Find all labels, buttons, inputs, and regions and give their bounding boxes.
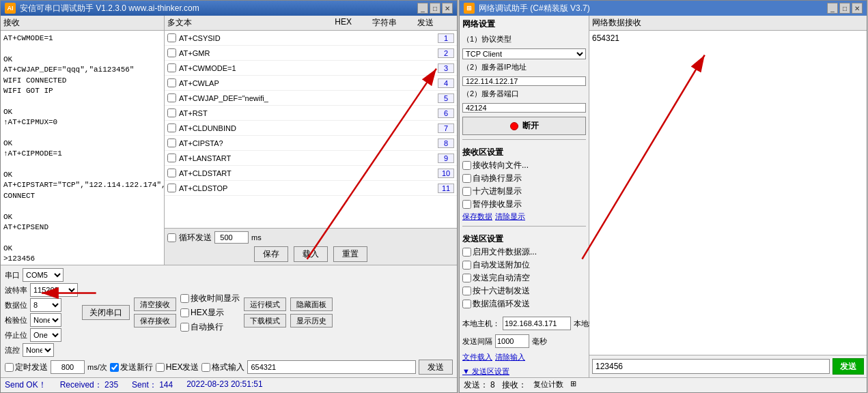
auto-clear-checkbox[interactable]: [462, 274, 471, 282]
hex-display-checkbox[interactable]: [180, 308, 189, 317]
recv-to-file-checkbox[interactable]: [462, 161, 471, 170]
open-port-button[interactable]: 关闭串口: [82, 305, 130, 320]
cmd-number-btn[interactable]: 1: [438, 33, 454, 43]
timed-send-label[interactable]: 定时发送: [5, 362, 48, 373]
cmd-hex-checkbox[interactable]: [167, 48, 176, 57]
pause-recv-label[interactable]: 暂停接收显示: [462, 199, 586, 210]
cmd-number-btn[interactable]: 5: [438, 93, 454, 103]
cmd-number-btn[interactable]: 7: [438, 123, 454, 133]
cmd-number-btn[interactable]: 10: [438, 169, 454, 178]
close-btn[interactable]: ✕: [442, 3, 453, 14]
format-input-label[interactable]: 格式输入: [201, 362, 244, 373]
auto-clear-label[interactable]: 发送完自动清空: [462, 272, 586, 284]
reset-button[interactable]: 重置: [333, 246, 367, 262]
hex-send-label-bottom[interactable]: HEX发送: [156, 362, 199, 373]
send-settings-link[interactable]: ▼ 发送区设置: [462, 366, 586, 377]
clear-input-link[interactable]: 清除输入: [495, 352, 525, 362]
auto-replace-label[interactable]: 自动换行: [180, 321, 240, 333]
auto-replace-checkbox[interactable]: [180, 323, 189, 332]
hex-display-net-checkbox[interactable]: [462, 187, 471, 196]
loop-send-net-checkbox[interactable]: [462, 300, 471, 308]
hex-display-net-label[interactable]: 十六进制显示: [462, 186, 586, 197]
loop-send-checkbox[interactable]: [167, 233, 176, 242]
net-grid-icon: ⊞: [570, 379, 576, 391]
cmd-number-btn[interactable]: 3: [438, 63, 454, 73]
save-button[interactable]: 保存: [254, 246, 288, 262]
auto-append-checkbox[interactable]: [462, 261, 471, 270]
save-data-link[interactable]: 保存数据: [462, 212, 492, 222]
cmd-number-btn[interactable]: 9: [438, 154, 454, 163]
auto-replace-net-label[interactable]: 自动换行显示: [462, 173, 586, 184]
new-line-label[interactable]: 发送新行: [110, 362, 153, 373]
run-mode-button[interactable]: 运行模式: [244, 297, 286, 311]
recv-time-label[interactable]: 接收时间显示: [180, 293, 240, 304]
cmd-hex-checkbox[interactable]: [167, 123, 176, 132]
hex-send-checkbox[interactable]: [156, 363, 165, 372]
recv-time-checkbox[interactable]: [180, 294, 189, 303]
baud-select[interactable]: 115200: [30, 283, 78, 297]
cmd-text: AT+CLDSTOP: [179, 184, 436, 192]
hex-send-net-checkbox[interactable]: [462, 287, 471, 295]
flow-select[interactable]: None: [23, 343, 54, 357]
cmd-hex-checkbox[interactable]: [167, 108, 176, 117]
clear-recv-button[interactable]: 清空接收: [134, 297, 176, 311]
pause-recv-checkbox[interactable]: [462, 200, 471, 209]
right-minimize-btn[interactable]: _: [827, 3, 838, 14]
send-main-button[interactable]: 发送: [419, 360, 453, 375]
enable-file-src-label[interactable]: 启用文件数据源...: [462, 246, 586, 258]
file-load-link[interactable]: 文件载入: [462, 352, 492, 362]
send-interval-input[interactable]: [495, 334, 529, 348]
server-ip-input[interactable]: [462, 76, 586, 86]
load-button[interactable]: 载入: [294, 246, 328, 262]
command-list-item: AT+RST 6: [165, 106, 457, 121]
right-close-btn[interactable]: ✕: [852, 3, 863, 14]
hex-send-net-label[interactable]: 按十六进制发送: [462, 285, 586, 297]
cmd-hex-checkbox[interactable]: [167, 33, 176, 42]
cmd-hex-checkbox[interactable]: [167, 63, 176, 72]
cmd-number-btn[interactable]: 11: [438, 184, 454, 193]
hide-panel-button[interactable]: 隐藏面板: [290, 297, 333, 311]
timed-send-checkbox[interactable]: [5, 363, 14, 372]
download-mode-button[interactable]: 下载模式: [244, 314, 286, 328]
server-port-input[interactable]: [462, 103, 586, 113]
hex-display-label[interactable]: HEX显示: [180, 307, 240, 319]
maximize-btn[interactable]: □: [430, 3, 440, 14]
enable-file-src-checkbox[interactable]: [462, 248, 471, 257]
auto-replace-net-checkbox[interactable]: [462, 174, 471, 183]
connect-button[interactable]: 断开: [462, 117, 586, 135]
cmd-hex-checkbox[interactable]: [167, 139, 176, 147]
net-reset-count[interactable]: 复位计数: [533, 379, 563, 391]
local-host-input[interactable]: [503, 317, 571, 330]
cmd-hex-checkbox[interactable]: [167, 154, 176, 162]
cmd-number-btn[interactable]: 4: [438, 78, 454, 88]
net-send-button[interactable]: 发送: [832, 358, 864, 375]
timed-interval-input[interactable]: [51, 360, 85, 374]
data-bits-select[interactable]: 8: [30, 298, 61, 312]
multitext-area: 多文本 HEX 字符串 发送 AT+CSYSID 1 AT+GMR 2 AT+C…: [165, 16, 457, 265]
format-input-checkbox[interactable]: [201, 363, 210, 372]
clear-display-link[interactable]: 清除显示: [495, 212, 525, 222]
minimize-btn[interactable]: _: [417, 3, 428, 14]
auto-append-label[interactable]: 自动发送附加位: [462, 259, 586, 271]
stop-bits-select[interactable]: One: [30, 328, 61, 342]
new-line-checkbox[interactable]: [110, 363, 119, 372]
cmd-number-btn[interactable]: 6: [438, 108, 454, 118]
send-interval-row: 发送间隔 毫秒: [462, 334, 586, 348]
cmd-hex-checkbox[interactable]: [167, 184, 176, 192]
loop-interval-input[interactable]: [214, 231, 249, 244]
send-text-input[interactable]: [247, 360, 416, 374]
cmd-hex-checkbox[interactable]: [167, 93, 176, 102]
cmd-number-btn[interactable]: 2: [438, 48, 454, 58]
cmd-hex-checkbox[interactable]: [167, 169, 176, 177]
save-recv-button[interactable]: 保存接收: [134, 314, 176, 328]
cmd-number-btn[interactable]: 8: [438, 139, 454, 148]
parity-select[interactable]: None: [30, 313, 61, 327]
net-send-input[interactable]: [592, 359, 830, 374]
cmd-hex-checkbox[interactable]: [167, 78, 176, 87]
recv-to-file-label[interactable]: 接收转向文件...: [462, 160, 586, 171]
right-maximize-btn[interactable]: □: [839, 3, 850, 14]
show-history-button[interactable]: 显示历史: [290, 314, 333, 328]
port-select[interactable]: COM5: [23, 268, 64, 282]
protocol-select[interactable]: TCP Client TCP Server UDP: [462, 48, 586, 59]
loop-send-net-label[interactable]: 数据流循环发送: [462, 298, 586, 310]
